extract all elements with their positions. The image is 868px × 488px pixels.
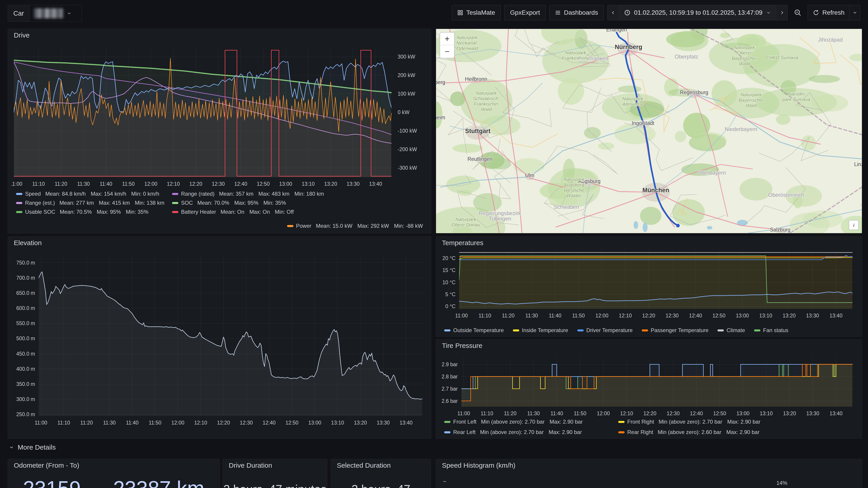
more-details-row-toggle[interactable]: More Details	[9, 442, 56, 452]
legend-stats: Min (above zero): 2.70 barMax: 2.90 bar	[480, 429, 582, 435]
legend-stats: Min (above zero): 2.60 barMax: 2.90 bar	[658, 429, 760, 435]
svg-text:20 °C: 20 °C	[442, 255, 456, 261]
svg-text:11:30: 11:30	[77, 181, 90, 187]
svg-text:2.8 bar: 2.8 bar	[441, 374, 458, 380]
map-label-salzburg: Salzburg	[770, 227, 790, 233]
legend-swatch	[577, 329, 584, 331]
car-variable-select[interactable]: Car	[8, 5, 82, 22]
legend-label: Front Right	[627, 419, 654, 425]
map-label-naturpark: NaturparkFrankenhöhe	[562, 50, 590, 61]
clock-icon	[624, 9, 630, 16]
legend-item-speed[interactable]: SpeedMean: 84.8 km/hMax: 154 km/hMin: 0 …	[16, 191, 172, 197]
legend-item-usable-soc[interactable]: Usable SOCMean: 70.5%Max: 95%Min: 35%	[16, 209, 172, 215]
svg-text:11:40: 11:40	[550, 411, 563, 416]
legend-item-fan-status[interactable]: Fan status	[754, 327, 788, 333]
map-label-jihozápad: Jihozápad	[818, 37, 843, 43]
legend-label: Driver Temperature	[586, 327, 633, 333]
histogram-percent-label: 14%	[776, 480, 787, 486]
panel-drive-title: Drive	[8, 29, 30, 41]
map-label-stuttgart: Stuttgart	[465, 128, 490, 134]
svg-text:13:40: 13:40	[830, 411, 843, 416]
chevron-down-icon	[852, 10, 857, 15]
temperatures-chart[interactable]: 11:0011:1011:2011:3011:4011:5012:0012:10…	[440, 248, 858, 321]
svg-text:13:00: 13:00	[308, 420, 321, 426]
map-label-pforzheim: Pforzheim	[436, 115, 445, 121]
refresh-interval-dropdown[interactable]	[849, 5, 860, 20]
svg-text:11:20: 11:20	[502, 313, 515, 319]
teslamate-grafana-dashboard: Car TeslaMate GpxExport Dashboards 01.02…	[0, 0, 868, 488]
teslamate-button[interactable]: TeslaMate	[452, 5, 501, 20]
odometer-value: 23159 → 23387 km	[8, 478, 219, 488]
legend-item-driver-temperature[interactable]: Driver Temperature	[577, 327, 633, 333]
svg-text:12:30: 12:30	[666, 313, 679, 319]
elevation-chart[interactable]: 11:0011:1011:2011:3011:4011:5012:0012:10…	[11, 249, 428, 429]
svg-text:11:10: 11:10	[57, 420, 70, 426]
legend-item-battery-heater[interactable]: Battery HeaterMean: OnMax: OnMin: Off	[172, 209, 293, 215]
map-attribution-button[interactable]: i	[849, 220, 859, 230]
refresh-button[interactable]: Refresh	[808, 5, 849, 20]
chevron-right-icon	[779, 10, 784, 15]
legend-item-front-right[interactable]: Front RightMin (above zero): 2.70 barMax…	[618, 419, 854, 425]
map-zoom-in-button[interactable]: +	[440, 33, 454, 45]
map-label-oberbayern: Oberbayern	[698, 170, 726, 176]
svg-text:2.7 bar: 2.7 bar	[441, 386, 458, 392]
svg-text:12:10: 12:10	[619, 313, 632, 319]
panel-speed-histogram: Speed Histogram (km/h) 14%	[436, 459, 862, 488]
legend-item-soc[interactable]: SOCMean: 70.0%Max: 95%Min: 35%	[172, 200, 286, 206]
map-canvas[interactable]: ErlangenNürnbergOberpfalzMittelfrankenJi…	[436, 29, 862, 233]
map-zoom-out-button[interactable]: −	[440, 45, 454, 58]
legend-swatch	[16, 202, 22, 204]
panel-temperatures-title: Temperatures	[436, 236, 483, 249]
svg-text:12:00: 12:00	[171, 420, 184, 426]
time-shift-back-button[interactable]	[608, 5, 619, 20]
svg-text:12:40: 12:40	[690, 411, 703, 416]
legend-stats: Mean: 70.5%Max: 95%Min: 35%	[60, 209, 148, 215]
legend-item-front-left[interactable]: Front LeftMin (above zero): 2.70 barMax:…	[444, 419, 618, 425]
legend-stats: Mean: 84.8 km/hMax: 154 km/hMin: 0 km/h	[45, 191, 159, 197]
tire-pressure-legend: Front LeftMin (above zero): 2.70 barMax:…	[444, 419, 854, 435]
svg-text:13:40: 13:40	[829, 313, 842, 319]
svg-text:300.0 m: 300.0 m	[16, 396, 35, 402]
map-label-heilbronn: Heilbronn	[465, 76, 487, 82]
legend-item-climate[interactable]: Climate	[717, 327, 745, 333]
svg-text:12:10: 12:10	[194, 420, 207, 426]
panel-temperatures: Temperatures 11:0011:1011:2011:3011:4011…	[436, 236, 862, 337]
drive-chart[interactable]: 11:0011:1011:2011:3011:4011:5012:0012:10…	[11, 41, 428, 189]
legend-swatch	[618, 431, 625, 433]
gpx-export-button[interactable]: GpxExport	[504, 5, 546, 20]
dashboards-button-label: Dashboards	[564, 9, 598, 16]
legend-item-passenger-temperature[interactable]: Passenger Temperature	[642, 327, 709, 333]
legend-item-rear-left[interactable]: Rear LeftMin (above zero): 2.70 barMax: …	[444, 429, 618, 435]
legend-swatch	[444, 431, 451, 433]
legend-row: Usable SOCMean: 70.5%Max: 95%Min: 35%Bat…	[16, 209, 423, 215]
legend-swatch	[444, 329, 451, 331]
svg-text:12:00: 12:00	[597, 411, 610, 416]
legend-item-rear-right[interactable]: Rear RightMin (above zero): 2.60 barMax:…	[618, 429, 854, 435]
time-shift-forward-button[interactable]	[776, 5, 787, 20]
svg-text:13:30: 13:30	[346, 181, 360, 187]
dashboards-button[interactable]: Dashboards	[549, 5, 604, 20]
svg-text:0 °C: 0 °C	[445, 303, 456, 309]
trip-map[interactable]: ErlangenNürnbergOberpfalzMittelfrankenJi…	[436, 29, 862, 233]
legend-label: Power	[296, 223, 311, 229]
legend-row: Range (est.)Mean: 277 kmMax: 415 kmMin: …	[16, 200, 423, 206]
legend-label: Climate	[726, 327, 745, 333]
car-value-redacted	[34, 8, 63, 18]
svg-text:11:50: 11:50	[122, 181, 135, 187]
svg-text:13:10: 13:10	[760, 411, 773, 416]
legend-item-outside-temperature[interactable]: Outside Temperature	[444, 327, 504, 333]
legend-item-range-rated-[interactable]: Range (rated)Mean: 357 kmMax: 483 kmMin:…	[172, 191, 324, 197]
tire-pressure-chart[interactable]: 11:0011:1011:2011:3011:4011:5012:0012:10…	[440, 351, 858, 419]
time-range-picker[interactable]: 01.02.2025, 10:59:19 to 01.02.2025, 13:4…	[619, 5, 776, 20]
legend-item-power[interactable]: PowerMean: 15.0 kWMax: 292 kWMin: -88 kW	[287, 223, 423, 229]
svg-text:12:00: 12:00	[145, 181, 158, 187]
legend-item-range-est-[interactable]: Range (est.)Mean: 277 kmMax: 415 kmMin: …	[16, 200, 172, 206]
legend-row-power: PowerMean: 15.0 kWMax: 292 kWMin: -88 kW	[16, 223, 423, 229]
legend-item-inside-temperature[interactable]: Inside Temperature	[513, 327, 568, 333]
zoom-out-time-button[interactable]	[792, 5, 804, 20]
svg-text:11:50: 11:50	[572, 313, 585, 319]
map-label-reutlingen: Reutlingen	[467, 156, 492, 162]
drive-duration-value: 2 hours, 47 minutes	[223, 483, 327, 488]
panel-speed-histogram-title: Speed Histogram (km/h)	[436, 459, 515, 472]
car-variable-value[interactable]	[30, 5, 82, 22]
